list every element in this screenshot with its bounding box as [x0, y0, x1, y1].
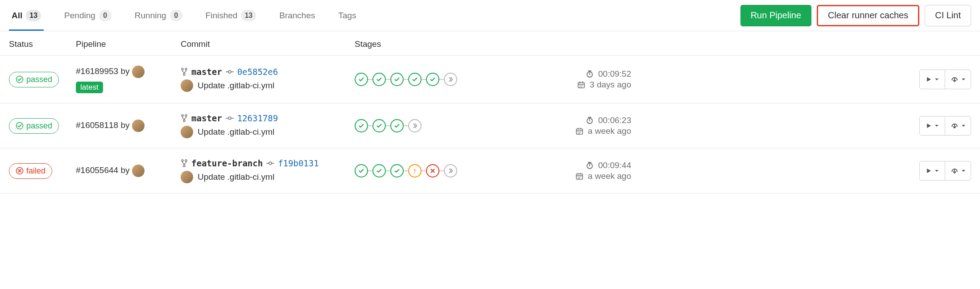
stage-connector — [422, 79, 426, 80]
avatar[interactable] — [132, 165, 145, 177]
status-badge[interactable]: passed — [9, 72, 59, 87]
row-actions — [919, 116, 971, 136]
duration: 00:09:44 — [598, 161, 631, 170]
stage-passed-icon[interactable] — [355, 119, 368, 132]
stage-passed-icon[interactable] — [390, 119, 404, 132]
tab-finished[interactable]: Finished13 — [203, 1, 259, 30]
commit-message-link[interactable]: Update .gitlab-ci.yml — [198, 81, 274, 91]
branch-link[interactable]: feature-branch — [191, 158, 263, 168]
tab-label: Running — [135, 11, 166, 21]
tab-label: Tags — [339, 11, 356, 21]
clear-runner-caches-button[interactable]: Clear runner caches — [817, 5, 919, 26]
svg-point-2 — [185, 68, 187, 70]
stage-passed-icon[interactable] — [372, 73, 386, 86]
avatar[interactable] — [181, 126, 193, 138]
stage-passed-icon[interactable] — [372, 164, 386, 178]
stage-warning-icon[interactable] — [408, 164, 422, 178]
latest-badge: latest — [76, 82, 103, 93]
status-badge[interactable]: failed — [9, 163, 52, 179]
artifacts-button[interactable] — [945, 70, 971, 89]
artifacts-button[interactable] — [945, 161, 971, 181]
ci-lint-button[interactable]: CI Lint — [925, 5, 971, 26]
svg-point-14 — [579, 85, 580, 86]
stage-passed-icon[interactable] — [390, 73, 404, 86]
status-label: failed — [26, 166, 45, 176]
tab-label: Pending — [64, 11, 95, 21]
col-header-commit: Commit — [181, 39, 355, 49]
svg-point-1 — [182, 68, 183, 70]
stage-manual-icon[interactable] — [444, 164, 457, 178]
stage-manual-icon[interactable] — [408, 119, 422, 132]
artifacts-button[interactable] — [945, 116, 971, 136]
avatar[interactable] — [132, 66, 145, 78]
caret-down-icon — [961, 124, 966, 128]
branch-icon — [181, 114, 188, 122]
commit-icon — [266, 161, 274, 165]
avatar[interactable] — [132, 120, 145, 132]
manual-actions-button[interactable] — [919, 116, 945, 136]
manual-actions-button[interactable] — [919, 161, 945, 181]
commit-icon — [226, 116, 234, 120]
pipeline-id-link[interactable]: #16189953 — [76, 66, 118, 76]
table-header: Status Pipeline Commit Stages — [0, 31, 980, 56]
status-badge[interactable]: passed — [9, 118, 59, 134]
row-actions — [919, 161, 971, 181]
commit-message-link[interactable]: Update .gitlab-ci.yml — [198, 172, 274, 182]
by-label: by — [120, 120, 129, 130]
tab-pending[interactable]: Pending0 — [62, 1, 114, 30]
svg-point-16 — [582, 85, 583, 86]
tab-tags[interactable]: Tags — [336, 1, 359, 30]
download-icon — [950, 121, 959, 130]
stage-passed-icon[interactable] — [390, 164, 404, 178]
tab-running[interactable]: Running0 — [132, 1, 185, 30]
svg-point-20 — [182, 115, 183, 116]
table-row: passed#16058118 by master12631789Update … — [0, 103, 980, 149]
manual-actions-button[interactable] — [919, 70, 945, 89]
svg-point-57 — [578, 178, 579, 179]
by-label: by — [120, 165, 129, 175]
tab-count-badge: 0 — [99, 10, 112, 21]
stage-connector — [386, 125, 390, 126]
commit-message-link[interactable]: Update .gitlab-ci.yml — [198, 127, 274, 137]
stage-passed-icon[interactable] — [426, 73, 439, 86]
run-pipeline-button[interactable]: Run Pipeline — [740, 5, 811, 26]
tab-branches[interactable]: Branches — [277, 1, 318, 30]
stage-failed-icon[interactable] — [426, 164, 439, 178]
commit-sha-link[interactable]: f19b0131 — [278, 158, 319, 168]
stage-passed-icon[interactable] — [355, 73, 368, 86]
svg-point-54 — [578, 177, 579, 178]
caret-down-icon — [935, 77, 939, 82]
tabs-bar: All13Pending0Running0Finished13BranchesT… — [0, 0, 980, 31]
stage-passed-icon[interactable] — [372, 119, 386, 132]
stage-connector — [386, 170, 390, 171]
col-header-pipeline: Pipeline — [76, 39, 181, 49]
tab-all[interactable]: All13 — [9, 1, 44, 30]
avatar[interactable] — [181, 171, 193, 183]
stage-connector — [439, 79, 444, 80]
commit-sha-link[interactable]: 0e5852e6 — [237, 67, 278, 77]
status-label: passed — [26, 121, 52, 131]
stage-connector — [386, 79, 390, 80]
svg-point-45 — [414, 172, 415, 173]
stage-passed-icon[interactable] — [355, 164, 368, 178]
play-icon — [926, 123, 932, 129]
stage-connector — [404, 170, 408, 171]
stage-manual-icon[interactable] — [444, 73, 457, 86]
branch-link[interactable]: master — [191, 113, 222, 123]
svg-point-17 — [579, 87, 580, 87]
pipeline-id-link[interactable]: #16055644 — [76, 165, 118, 175]
svg-point-39 — [182, 160, 183, 161]
caret-down-icon — [935, 169, 939, 173]
pipeline-id-link[interactable]: #16058118 — [76, 120, 118, 130]
stage-connector — [404, 125, 408, 126]
stage-connector — [368, 170, 372, 171]
timer-icon — [586, 161, 594, 169]
commit-sha-link[interactable]: 12631789 — [237, 113, 278, 123]
stage-passed-icon[interactable] — [408, 73, 422, 86]
caret-down-icon — [935, 124, 939, 128]
svg-point-15 — [581, 85, 582, 86]
avatar[interactable] — [181, 79, 193, 92]
branch-link[interactable]: master — [191, 67, 222, 77]
status-label: passed — [26, 75, 52, 84]
by-label: by — [120, 66, 129, 76]
